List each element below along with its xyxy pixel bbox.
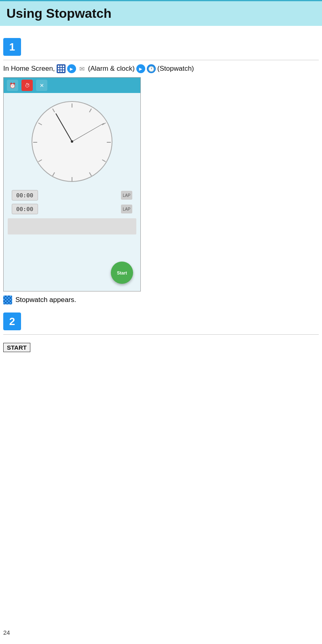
sw-analog-clock [32,101,112,182]
sw-digit-rows: 00:00 LAP 00:00 LAP [4,186,140,218]
page-title: Using Stopwatch [6,6,316,21]
sw-lap-btn-2: LAP [121,205,132,213]
sw-time-display-2: 00:00 [12,204,38,214]
arrow-right-icon-2: ► [136,64,145,73]
content-area: 1 In Home Screen, ► [0,38,322,352]
step-2-badge: 2 [3,312,21,330]
stopwatch-app-icon: 🕐 [147,64,156,73]
sw-minute-hand [55,113,72,141]
sw-lap-list [8,218,136,234]
apps-icon [57,64,66,73]
step-divider-1 [3,60,319,60]
sw-time-display-1: 00:00 [12,190,38,201]
stopwatch-label: (Stopwatch) [157,65,194,73]
sw-digit-row-1: 00:00 LAP [12,190,132,201]
sw-icon-1: ⏰ [7,80,18,91]
step-divider-2 [3,334,319,335]
sw-icon-2-active: ⏱ [21,80,33,91]
step-1-section: 1 In Home Screen, ► [3,38,319,304]
step-1-appears-row: Stopwatch appears. [3,296,319,304]
stopwatch-screenshot: ⏰ ⏱ ✕ [3,77,141,291]
page-header: Using Stopwatch [0,0,322,26]
arrow-right-icon-1: ► [67,64,76,73]
sw-start-button[interactable]: Start [111,262,133,284]
sw-second-hand [72,123,104,142]
step-1-instruction: In Home Screen, ► ✉ (Alarm [3,64,319,73]
alarm-clock-app-icon: ✉ [78,64,87,73]
sw-start-label: Start [117,270,127,275]
step-2-section: 2 START [3,312,319,352]
checkered-flag-icon [3,296,12,304]
sw-digit-row-2: 00:00 LAP [12,204,132,214]
sw-top-icons: ⏰ ⏱ ✕ [7,80,47,91]
sw-lap-btn-1: LAP [121,191,132,200]
start-label[interactable]: START [3,343,30,352]
step-1-badge: 1 [3,38,21,56]
step-1-appears-text: Stopwatch appears. [15,296,76,304]
page-number: 24 [3,629,10,636]
alarm-clock-label: (Alarm & clock) [88,65,135,73]
sw-clock-area [4,93,140,186]
step-1-text: In Home Screen, [3,65,55,73]
sw-icon-3: ✕ [36,80,47,91]
sw-clock-center [71,140,73,143]
sw-top-bar: ⏰ ⏱ ✕ [4,78,140,93]
